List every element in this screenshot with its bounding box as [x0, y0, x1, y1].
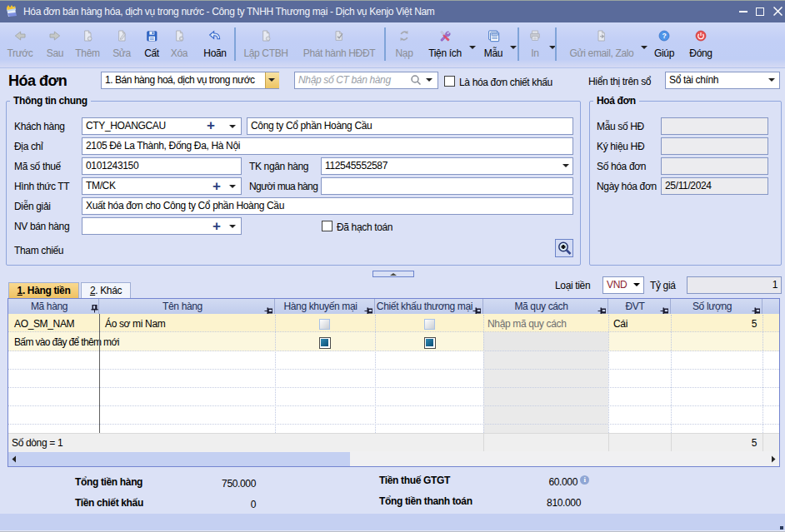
svg-text:?: ? — [662, 32, 666, 40]
